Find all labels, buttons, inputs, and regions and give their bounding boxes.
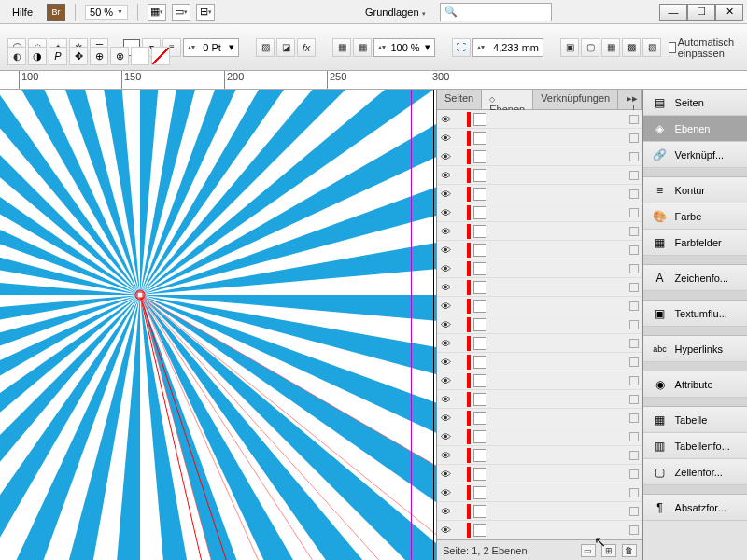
layer-row-polygon[interactable]: 👁 <box>437 371 642 390</box>
visibility-icon[interactable]: 👁 <box>439 430 452 443</box>
grid-icon[interactable]: ▦ <box>353 38 372 57</box>
visibility-icon[interactable]: 👁 <box>439 300 452 313</box>
visibility-icon[interactable]: 👁 <box>439 524 452 537</box>
layer-row-polygon[interactable]: 👁 <box>437 278 642 297</box>
lock-slot[interactable] <box>455 169 464 182</box>
search-field[interactable] <box>458 7 542 18</box>
lock-slot[interactable] <box>455 356 464 369</box>
selection-square[interactable] <box>629 152 639 161</box>
maximize-button[interactable]: ☐ <box>687 4 715 21</box>
lock-slot[interactable] <box>455 468 464 481</box>
new-sublayer-icon[interactable]: ▭ <box>581 544 596 557</box>
layer-row-polygon[interactable]: 👁 <box>437 110 642 129</box>
layer-row-polygon[interactable]: 👁 <box>437 427 642 446</box>
tab-verknupfungen[interactable]: Verknüpfungen <box>533 90 618 109</box>
delete-layer-icon[interactable]: 🗑 <box>622 544 637 557</box>
layer-row-polygon[interactable]: 👁 <box>437 315 642 334</box>
selection-square[interactable] <box>629 469 639 479</box>
autofit-checkbox[interactable] <box>669 42 676 53</box>
workspace-dropdown[interactable]: Grundlagen ▾ <box>357 3 434 21</box>
fit-icon[interactable]: ▢ <box>581 38 599 57</box>
selection-square[interactable] <box>629 376 639 385</box>
view-options-icon[interactable]: ▦▾ <box>148 4 166 21</box>
opacity-input[interactable]: ▴▾ 100 % ▾ <box>374 38 435 57</box>
search-input[interactable]: 🔍 <box>440 3 552 21</box>
layer-row-polygon[interactable]: 👁 <box>437 446 642 465</box>
stroke-weight-input[interactable]: ▴▾ 0 Pt ▾ <box>183 38 239 57</box>
screen-mode-icon[interactable]: ▭▾ <box>172 4 190 21</box>
fit-icon[interactable]: ▩ <box>622 38 641 57</box>
panel-tabelle[interactable]: ▦Tabelle <box>643 407 747 433</box>
layer-row-polygon[interactable]: 👁 <box>437 353 642 371</box>
lock-slot[interactable] <box>455 244 464 257</box>
selection-square[interactable] <box>629 133 639 143</box>
visibility-icon[interactable]: 👁 <box>439 188 452 201</box>
visibility-icon[interactable]: 👁 <box>439 318 452 331</box>
lock-slot[interactable] <box>455 430 464 443</box>
swatch-icon[interactable] <box>131 47 149 65</box>
layer-row-polygon[interactable]: 👁 <box>437 465 642 483</box>
layer-row-polygon[interactable]: 👁 <box>437 222 642 241</box>
tool-icon[interactable]: ◑ <box>28 47 47 65</box>
selection-square[interactable] <box>629 301 639 311</box>
layer-row-polygon[interactable]: 👁 <box>437 203 642 222</box>
document-canvas[interactable] <box>0 90 437 560</box>
new-layer-icon[interactable]: ⊞ <box>601 544 616 557</box>
layer-row-polygon[interactable]: 👁 <box>437 390 642 409</box>
selection-square[interactable] <box>629 357 639 367</box>
layer-row-polygon[interactable]: 👁 <box>437 409 642 427</box>
visibility-icon[interactable]: 👁 <box>439 244 452 257</box>
visibility-icon[interactable]: 👁 <box>439 225 452 238</box>
visibility-icon[interactable]: 👁 <box>439 281 452 294</box>
visibility-icon[interactable]: 👁 <box>439 132 452 145</box>
layer-row-polygon[interactable]: 👁 <box>437 147 642 166</box>
minimize-button[interactable]: — <box>659 4 687 21</box>
panel-ebenen[interactable]: ◈Ebenen <box>643 116 747 142</box>
tab-ebenen[interactable]: ◇ Ebenen <box>482 90 533 109</box>
panel-kontur[interactable]: ≡Kontur <box>643 177 747 203</box>
tool-icon[interactable]: ⊕ <box>90 47 108 65</box>
visibility-icon[interactable]: 👁 <box>439 468 452 481</box>
tool-icon[interactable]: P <box>49 47 67 65</box>
visibility-icon[interactable]: 👁 <box>439 374 452 387</box>
effect-icon[interactable]: ▨ <box>256 38 275 57</box>
selection-square[interactable] <box>629 432 639 441</box>
lock-slot[interactable] <box>455 300 464 313</box>
selection-square[interactable] <box>629 525 639 535</box>
lock-slot[interactable] <box>455 449 464 462</box>
layer-row-polygon[interactable]: 👁 <box>437 185 642 203</box>
visibility-icon[interactable]: 👁 <box>439 262 452 275</box>
layer-row-rechteck[interactable]: 👁 <box>437 521 642 539</box>
none-swatch-icon[interactable] <box>151 47 170 65</box>
visibility-icon[interactable]: 👁 <box>439 337 452 350</box>
lock-slot[interactable] <box>455 188 464 201</box>
close-button[interactable]: ✕ <box>715 4 743 21</box>
measure-input[interactable]: ▴▾ 4,233 mm <box>472 38 543 57</box>
panel-zeichenfo[interactable]: AZeichenfo... <box>643 265 747 291</box>
lock-slot[interactable] <box>455 412 464 425</box>
visibility-icon[interactable]: 👁 <box>439 412 452 425</box>
fit-icon[interactable]: ▣ <box>560 38 579 57</box>
selection-square[interactable] <box>629 507 639 516</box>
arrange-icon[interactable]: ⊞▾ <box>196 4 215 21</box>
fit-icon[interactable]: ▦ <box>601 38 620 57</box>
panel-absatzfor[interactable]: ¶Absatzfor... <box>643 495 747 521</box>
layers-list[interactable]: 👁 👁 👁 👁 👁 <box>437 110 642 539</box>
visibility-icon[interactable]: 👁 <box>439 486 452 499</box>
layer-row-polygon[interactable]: 👁 <box>437 259 642 278</box>
lock-slot[interactable] <box>455 393 464 406</box>
panel-farbe[interactable]: 🎨Farbe <box>643 203 747 230</box>
visibility-icon[interactable]: 👁 <box>439 449 452 462</box>
bridge-icon[interactable]: Br <box>47 4 65 21</box>
visibility-icon[interactable]: 👁 <box>439 150 452 163</box>
lock-slot[interactable] <box>455 132 464 145</box>
layer-row-polygon[interactable]: 👁 <box>437 241 642 259</box>
visibility-icon[interactable]: 👁 <box>439 393 452 406</box>
lock-slot[interactable] <box>455 262 464 275</box>
selection-square[interactable] <box>629 451 639 460</box>
lock-slot[interactable] <box>455 318 464 331</box>
zoom-dropdown[interactable]: 50 % ▼ <box>85 5 128 20</box>
layer-row-polygon[interactable]: 👁 <box>437 502 642 521</box>
panel-hyperlinks[interactable]: abcHyperlinks <box>643 336 747 362</box>
lock-slot[interactable] <box>455 150 464 163</box>
